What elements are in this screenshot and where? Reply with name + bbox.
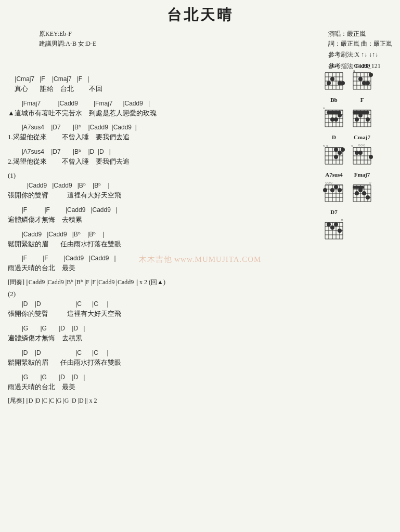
verse3-lyrics1: 1.渴望他從來 不曾入睡 要我們去追 [8,132,312,143]
chord-D7: D7 ○ [322,209,346,241]
svg-point-75 [334,148,338,152]
main-content: |Cmaj7 |F |Cmaj7 |F | 真心 誰給 台北 不回 |Fmaj7… [8,74,312,406]
chorus2a-chords: |D |D |C |C | [8,299,312,309]
chord-diagrams-panel: G [322,62,395,246]
singer: 演唱：嚴正嵐 [328,29,392,39]
svg-point-46 [338,113,342,117]
verse3-chords: |A7sus4 |D7 |Bᵇ |Cadd9 |Cadd9 | [8,123,312,132]
verse-4: |A7sus4 |D7 |Bᵇ |D |D | 2.渴望他從來 不曾入睡 要我們… [8,147,312,167]
svg-point-127 [366,195,370,200]
strum1: 參考刷法:X ↑↓ ↓↑↓ [328,50,392,60]
svg-point-45 [334,117,338,122]
svg-point-107 [323,188,327,192]
svg-point-28 [366,81,370,85]
chord-row-1: G [322,62,395,91]
chorus2b-lyrics: 遍體鱗傷才無悔 去積累 [8,333,312,344]
svg-text:○: ○ [341,218,343,222]
interlude: [間奏] ||Cadd9 |Cadd9 |Bᵇ |Bᵇ |F |F |Cadd9… [8,278,312,287]
original-key: 原KEY:Eb-F [39,29,96,39]
verse-3: |A7sus4 |D7 |Bᵇ |Cadd9 |Cadd9 | 1.渴望他從來 … [8,123,312,143]
verse4-chords: |A7sus4 |D7 |Bᵇ |D |D | [8,147,312,156]
chord-Cmaj7: Cmaj7 x ○○○ [350,134,374,166]
suggested-key: 建議男調:A-B 女:D-E [39,39,96,49]
svg-point-93 [358,151,363,155]
svg-point-12 [330,77,334,81]
svg-point-59 [355,117,359,122]
chorus1d: |F |F |Cadd9 |Cadd9 | 雨過天晴的台北 最美 [8,254,312,274]
page-title: 台北天晴 [8,5,392,25]
chorus2d: |G |G |D |D | 雨過天晴的台北 最美 [8,373,312,393]
chord-A7sus4: A7sus4 ○○○ [322,171,346,204]
svg-point-29 [369,73,373,77]
chorus1a: |Cadd9 |Cadd9 |Bᵇ |Bᵇ | 張開你的雙臂 這裡有大好天空飛 [8,181,312,201]
outro: [尾奏] ||D |D |C |C |G |G |D |D || x 2 [8,396,312,405]
chorus1a-lyrics: 張開你的雙臂 這裡有大好天空飛 [8,190,312,201]
section2-label: (2) [8,290,312,298]
svg-point-26 [358,77,363,81]
chorus2a: |D |D |C |C | 張開你的雙臂 這裡有大好天空飛 [8,299,312,320]
svg-text:x: x [326,143,328,148]
lyricist: 詞：嚴正嵐 曲：嚴正嵐 [328,39,392,49]
chorus2c-lyrics: 鬆開緊皺的眉 任由雨水打落在雙眼 [8,357,312,368]
chorus2d-lyrics: 雨過天晴的台北 最美 [8,382,312,393]
svg-point-27 [362,81,366,85]
svg-point-109 [338,188,342,192]
svg-text:x: x [323,143,325,148]
chorus2c: |D |D |C |C | 鬆開緊皺的眉 任由雨水打落在雙眼 [8,348,312,368]
verse-2: |Fmaj7 |Cadd9 |Fmaj7 |Cadd9 | ▲這城市有著吐不完苦… [8,99,312,119]
svg-point-141 [330,225,334,230]
svg-point-77 [341,148,345,152]
svg-point-78 [334,155,338,159]
chord-G: G [322,62,346,91]
svg-point-125 [358,188,363,192]
chord-Fmaj7: Fmaj7 ○ [350,171,374,204]
chorus1b: |F |F |Cadd9 |Cadd9 | 遍體鱗傷才無悔 去積累 [8,205,312,225]
svg-point-142 [334,222,338,227]
svg-point-94 [369,155,373,159]
svg-text:○○○: ○○○ [325,180,333,185]
svg-text:○○○: ○○○ [358,143,366,148]
chorus1b-lyrics: 遍體鱗傷才無悔 去積累 [8,215,312,225]
svg-point-61 [366,117,370,122]
svg-text:○: ○ [369,180,371,185]
svg-text:x: x [323,106,325,110]
svg-point-14 [341,81,345,85]
svg-point-108 [330,188,334,192]
verse2-chords: |Fmaj7 |Cadd9 |Fmaj7 |Cadd9 | [8,99,312,108]
chorus1c: |Cadd9 |Cadd9 |Bᵇ |Bᵇ | 鬆開緊皺的眉 任由雨水打落在雙眼 [8,230,312,250]
svg-point-140 [327,222,331,227]
chorus2b-chords: |G |G |D |D | [8,324,312,333]
svg-rect-123 [353,186,364,189]
chorus1d-lyrics: 雨過天晴的台北 最美 [8,263,312,274]
chord-row-3: D x x Cmaj7 [322,134,395,166]
verse4-lyrics: 2.渴望他從來 不曾入睡 要我們去追 [8,156,312,167]
chorus2c-chords: |D |D |C |C | [8,348,312,357]
chorus1d-chords: |F |F |Cadd9 |Cadd9 | [8,254,312,263]
chord-row-4: A7sus4 ○○○ Fmaj7 [322,171,395,204]
svg-point-92 [355,151,359,155]
verse-1: |Cmaj7 |F |Cmaj7 |F | 真心 誰給 台北 不回 [8,74,312,95]
chord-Bb: Bb x [322,97,346,129]
svg-point-124 [355,191,359,195]
chorus2b: |G |G |D |D | 遍體鱗傷才無悔 去積累 [8,324,312,344]
svg-point-44 [330,117,334,122]
chorus2d-chords: |G |G |D |D | [8,373,312,382]
chord-D: D x x [322,134,346,166]
chorus1c-chords: |Cadd9 |Cadd9 |Bᵇ |Bᵇ | [8,230,312,239]
chorus2a-lyrics: 張開你的雙臂 這裡有大好天空飛 [8,309,312,320]
svg-point-11 [327,81,331,85]
svg-point-76 [338,151,342,155]
svg-point-143 [338,229,342,233]
svg-point-60 [358,113,363,117]
chorus1c-lyrics: 鬆開緊皺的眉 任由雨水打落在雙眼 [8,239,312,250]
verse1-chords: |Cmaj7 |F |Cmaj7 |F | [8,74,312,84]
svg-text:x: x [353,70,355,73]
chorus1a-chords: |Cadd9 |Cadd9 |Bᵇ |Bᵇ | [8,181,312,190]
svg-point-110 [334,185,338,189]
chorus1b-chords: |F |F |Cadd9 |Cadd9 | [8,205,312,215]
chord-row-2: Bb x F [322,97,395,129]
verse2-lyrics: ▲這城市有著吐不完苦水 到處是惹人戀愛的玫瑰 [8,108,312,119]
chord-F: F [350,97,374,129]
svg-text:x: x [351,143,353,148]
chord-row-5: D7 ○ [322,209,395,241]
